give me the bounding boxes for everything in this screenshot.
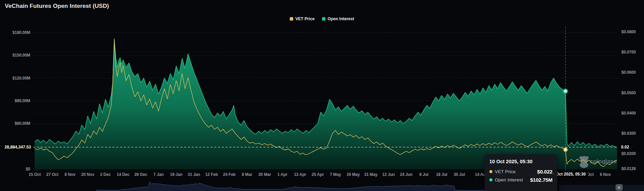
tooltip-value: $0.022 — [537, 169, 552, 175]
x-axis-tick: 30 Jul — [454, 172, 465, 177]
x-axis-tick: 6 Jul — [419, 172, 428, 177]
tooltip-label: VET Price — [495, 169, 516, 174]
legend-item-open-interest[interactable]: Open Interest — [322, 16, 354, 21]
tooltip-row-vet-price: VET Price $0.022 — [489, 169, 552, 175]
x-axis-tick: 6 Nov — [600, 172, 611, 177]
x-axis-tick: 7 Jan — [153, 172, 164, 177]
tooltip-date: 10 Oct 2025, 05:30 — [489, 159, 552, 164]
vet-price-swatch-icon — [290, 17, 293, 21]
x-axis-tick: 8 Nov — [64, 172, 75, 177]
y-axis-left-tick: $60.00M — [15, 121, 31, 126]
chart-panel: VeChain Futures Open Interest (USD) VET … — [0, 0, 644, 191]
y-axis-right-tick: $0.0200 — [621, 151, 636, 156]
y-axis-left-tick: $180.00M — [12, 30, 30, 35]
y-axis-right-tick: $0.0300 — [621, 131, 636, 136]
x-axis-tick: 13 Apr — [294, 172, 306, 177]
x-axis-tick: 18 Jul — [436, 172, 447, 177]
x-axis-tick: 27 Oct — [46, 172, 59, 177]
x-axis-tick: 12 Jun — [382, 172, 395, 177]
tooltip-value: $102.75M — [530, 177, 552, 183]
plot-hover-area[interactable] — [33, 27, 617, 170]
page-title: VeChain Futures Open Interest (USD) — [5, 3, 109, 10]
legend: VET Price Open Interest — [0, 16, 644, 21]
x-axis-tick: 19 May — [346, 172, 360, 177]
vet-price-latest-marker: 0.02 — [619, 144, 631, 150]
x-axis-tick: 31 May — [364, 172, 378, 177]
y-axis-right-tick: $0.0400 — [621, 111, 636, 116]
y-axis-right-tick: $0.0500 — [621, 91, 636, 95]
x-axis-tick: 8 Mar — [242, 172, 252, 177]
vet-price-dot-icon — [489, 170, 492, 173]
x-axis-tick: 19 Jan — [170, 172, 182, 177]
y-axis-right-tick: $0.0600 — [621, 70, 636, 75]
open-interest-swatch-icon — [322, 17, 325, 21]
x-axis-tick: 14 Dec — [117, 172, 130, 177]
y-axis-left-tick: $90.00M — [15, 98, 31, 103]
chart-tooltip: 10 Oct 2025, 05:30 VET Price $0.022 Open… — [485, 154, 557, 191]
y-axis-right-tick: $0.0700 — [621, 50, 636, 55]
y-axis-right-tick: $0.0800 — [621, 29, 636, 34]
x-axis-tick: 1 Apr — [277, 172, 288, 177]
navigator-mini-chart[interactable] — [96, 182, 489, 191]
x-axis-tick: 15 Oct — [28, 172, 41, 177]
x-axis-tick: 2 Dec — [100, 172, 111, 177]
x-axis-tick: 12 Feb — [205, 172, 218, 177]
legend-label: Open Interest — [327, 16, 354, 21]
x-axis-tick: 20 Nov — [81, 172, 95, 177]
open-interest-dot-icon — [489, 178, 492, 181]
legend-item-vet-price[interactable]: VET Price — [290, 16, 314, 21]
x-axis-tick: 26 Dec — [134, 172, 147, 177]
navigator-right-panel — [559, 185, 644, 191]
tooltip-row-open-interest: Open Interest $102.75M — [489, 177, 552, 183]
y-axis-left-tick: $0 — [26, 167, 30, 171]
x-axis-tick: 24 Feb — [223, 172, 236, 177]
y-axis-right-tick: $0.0126 — [621, 166, 636, 171]
x-axis-tick: 25 Apr — [312, 172, 324, 177]
legend-label: VET Price — [295, 16, 314, 21]
x-axis-tick: 31 Jan — [188, 172, 200, 177]
tooltip-label: Open Interest — [495, 177, 523, 182]
pause-button[interactable]: II — [616, 184, 623, 191]
y-axis-left-tick: $150.00M — [12, 53, 30, 58]
x-axis-tick: 7 May — [330, 172, 341, 177]
y-axis-left-tick: $120.00M — [12, 76, 30, 81]
x-axis-tick: 24 Jun — [400, 172, 413, 177]
open-interest-latest-marker: 28,884,347.53 — [3, 144, 33, 150]
x-axis-tick: 20 Mar — [258, 172, 271, 177]
